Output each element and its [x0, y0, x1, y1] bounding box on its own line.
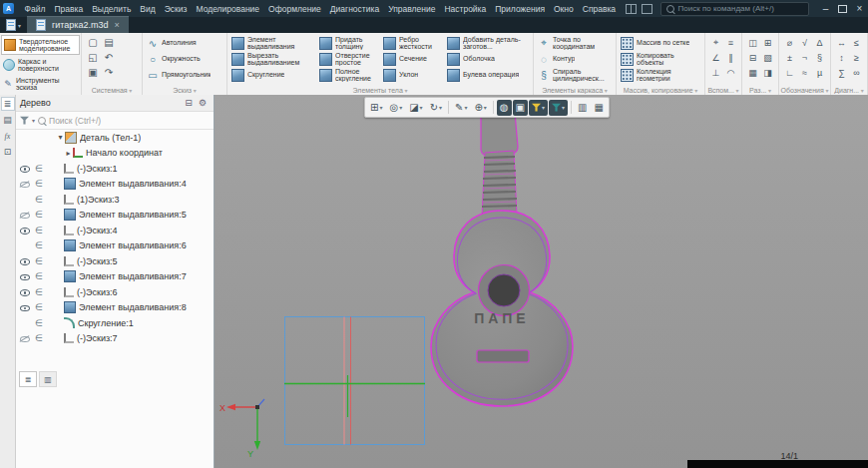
- undo-icon[interactable]: ↶: [105, 52, 113, 63]
- filter-caret-icon[interactable]: ▾: [32, 117, 35, 124]
- tool-icon[interactable]: ≤: [854, 38, 859, 48]
- visibility-eye-icon[interactable]: [19, 226, 31, 235]
- model-engraving-text[interactable]: ПАПЕ: [474, 310, 529, 326]
- group-label-array-copy[interactable]: Массив, копирование: [617, 87, 704, 94]
- orbit-button[interactable]: ↻▾: [427, 100, 445, 116]
- document-tab[interactable]: гитарка2.m3d ×: [27, 16, 129, 33]
- filter-funnel-button[interactable]: ▾: [529, 100, 548, 116]
- tree-item-sketch[interactable]: ∈ (-)Эскиз:7: [16, 331, 214, 347]
- command-search-input[interactable]: Поиск по командам (Alt+/): [660, 2, 809, 16]
- cylindrical-spiral-button[interactable]: § Спираль цилиндрическ...: [537, 67, 613, 83]
- tool-icon[interactable]: ◠: [727, 68, 735, 78]
- new-document-icon[interactable]: ▢: [88, 37, 97, 48]
- full-round-button[interactable]: Полное скругление: [318, 67, 382, 83]
- guitar-slot[interactable]: [477, 350, 529, 362]
- tool-icon[interactable]: ⊟: [749, 53, 757, 63]
- tool-icon[interactable]: ±: [787, 53, 792, 63]
- menu-applications[interactable]: Приложения: [491, 2, 550, 16]
- tree-item-extrude[interactable]: ∈ Элемент выдавливания:5: [16, 208, 214, 224]
- menu-diagnostics[interactable]: Диагностика: [325, 2, 383, 16]
- tool-icon[interactable]: ⌖: [713, 37, 718, 48]
- app-logo-icon[interactable]: A: [3, 3, 14, 14]
- copy-objects-button[interactable]: Копировать объекты: [620, 51, 701, 67]
- group-label-frame-elements[interactable]: Элементы каркаса: [534, 87, 616, 94]
- mode-sketch-tools[interactable]: ✎ Инструменты эскиза: [1, 75, 80, 93]
- visibility-eye-icon[interactable]: [19, 271, 31, 281]
- section-button[interactable]: Сечение: [382, 51, 446, 67]
- origin-point[interactable]: [255, 405, 259, 409]
- tool-icon[interactable]: ≡: [728, 38, 733, 48]
- tree-item-part[interactable]: ▾ Деталь (Тел-1): [16, 130, 214, 146]
- tree-item-sketch[interactable]: ∈ (1)Эскиз:3: [16, 192, 214, 208]
- visibility-eye-icon[interactable]: [19, 287, 31, 297]
- tool-icon[interactable]: ⊥: [712, 68, 720, 78]
- group-label-partition[interactable]: Раз...: [742, 87, 778, 94]
- zoom-button[interactable]: ◎▾: [386, 100, 405, 116]
- circle-button[interactable]: ○ Окружность: [146, 51, 223, 67]
- tool-icon[interactable]: ∟: [785, 68, 794, 78]
- menu-file[interactable]: Файл: [20, 2, 50, 16]
- tree-item-sketch[interactable]: ∈ (-)Эскиз:5: [16, 253, 214, 269]
- tree-search-input[interactable]: Поиск (Ctrl+/): [49, 116, 101, 126]
- tool-icon[interactable]: ≥: [854, 53, 859, 63]
- tool-icon[interactable]: √: [802, 38, 807, 48]
- menu-layout[interactable]: Оформление: [264, 2, 326, 16]
- menu-select[interactable]: Выделить: [88, 2, 136, 16]
- tool-icon[interactable]: ↕: [839, 53, 844, 63]
- tool-icon[interactable]: ∥: [728, 53, 733, 63]
- tree-item-extrude[interactable]: ∈ Элемент выдавливания:8: [16, 300, 214, 316]
- menu-modeling[interactable]: Моделирование: [192, 2, 264, 16]
- menu-view[interactable]: Вид: [136, 2, 160, 16]
- tree-item-origin[interactable]: ▸ Начало координат: [16, 146, 214, 162]
- menu-help[interactable]: Справка: [578, 2, 620, 16]
- history-panel-icon[interactable]: ⊡: [1, 145, 15, 159]
- geometry-collection-button[interactable]: Коллекция геометрии: [620, 67, 701, 83]
- point-by-coords-button[interactable]: ⌖ Точка по координатам: [537, 35, 613, 51]
- tree-item-extrude[interactable]: ∈ Элемент выдавливания:4: [16, 177, 214, 193]
- visibility-eye-off-icon[interactable]: [19, 210, 31, 220]
- menu-management[interactable]: Управление: [384, 2, 440, 16]
- tool-icon[interactable]: µ: [817, 68, 822, 78]
- display-mode-button[interactable]: ◪▾: [406, 100, 425, 116]
- variables-fx-icon[interactable]: fx: [1, 129, 15, 143]
- tool-icon[interactable]: ⌀: [787, 38, 792, 48]
- tree-settings-gear-icon[interactable]: ⚙: [196, 98, 210, 108]
- visibility-eye-off-icon[interactable]: [19, 333, 31, 343]
- menu-window[interactable]: Окно: [549, 2, 578, 16]
- collapse-all-icon[interactable]: ⊟: [182, 98, 196, 108]
- sound-hole[interactable]: [488, 274, 520, 306]
- group-label-diagnostics[interactable]: Диагн...: [831, 87, 867, 94]
- tool-icon[interactable]: §: [817, 53, 822, 63]
- group-label-sketch[interactable]: Эскиз: [143, 87, 226, 94]
- shell-button[interactable]: Оболочка: [446, 51, 530, 67]
- sketch-rectangle[interactable]: [285, 317, 425, 445]
- tab-close-icon[interactable]: ×: [115, 20, 120, 30]
- menu-edit[interactable]: Правка: [50, 2, 88, 16]
- visibility-eye-icon[interactable]: [19, 256, 31, 266]
- tree-tab-structure[interactable]: ≣: [19, 371, 37, 387]
- tree-tab-execution[interactable]: ▥: [39, 371, 57, 387]
- menu-sketch[interactable]: Эскиз: [160, 2, 192, 16]
- group-label-system[interactable]: Системная: [82, 87, 142, 94]
- expander-icon[interactable]: ▸: [64, 149, 73, 158]
- fillet-button[interactable]: Скругление: [230, 67, 318, 83]
- tool-icon[interactable]: ≈: [802, 68, 807, 78]
- tree-item-sketch[interactable]: ∈ (-)Эскиз:1: [16, 161, 214, 177]
- group-label-body-elements[interactable]: Элементы тела: [227, 87, 533, 94]
- tool-icon[interactable]: Δ: [816, 38, 822, 48]
- model-viewport[interactable]: ПАПЕ X Y ⊞▾ ◎▾ ◪▾ ↻▾ ✎▾ ⊕▾: [215, 95, 868, 468]
- tree-item-fillet[interactable]: ∈ Скругление:1: [16, 315, 214, 331]
- mode-frame-surfaces[interactable]: Каркас и поверхности: [1, 56, 80, 74]
- guitar-model[interactable]: ПАПЕ: [431, 106, 573, 406]
- tool-icon[interactable]: ∑: [838, 68, 844, 78]
- filter-funnel-icon[interactable]: [20, 116, 29, 125]
- visibility-eye-off-icon[interactable]: [19, 179, 31, 189]
- tree-item-extrude[interactable]: ∈ Элемент выдавливания:6: [16, 238, 214, 254]
- reference-book-button[interactable]: ▦: [592, 100, 607, 116]
- autoline-button[interactable]: ∿ Автолиния: [146, 35, 223, 51]
- close-button[interactable]: ×: [851, 0, 868, 17]
- tool-icon[interactable]: ∞: [853, 68, 859, 78]
- menu-settings[interactable]: Настройка: [440, 2, 491, 16]
- tool-icon[interactable]: ⊞: [764, 38, 772, 48]
- rib-button[interactable]: Ребро жесткости: [382, 35, 446, 51]
